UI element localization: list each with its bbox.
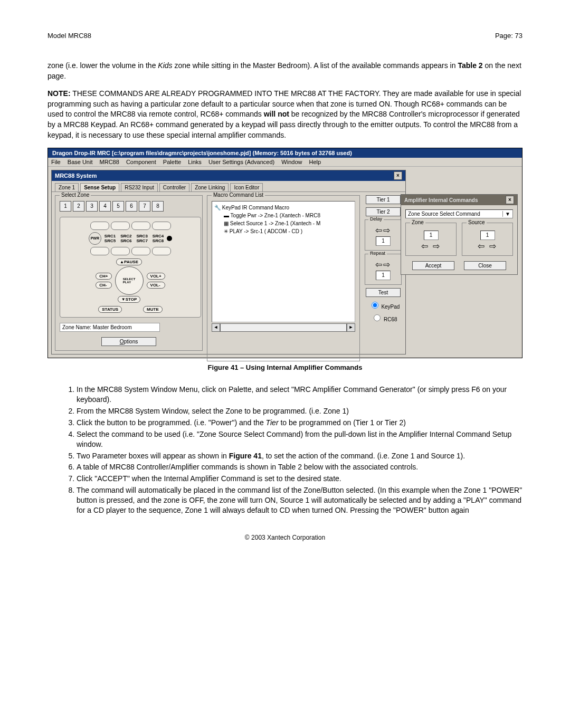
scroll-left-icon[interactable]: ◄ bbox=[212, 323, 220, 332]
zone-3-button[interactable]: 3 bbox=[86, 201, 98, 212]
list-item: From the MRC88 System Window, select the… bbox=[77, 406, 522, 416]
zone-5-button[interactable]: 5 bbox=[112, 201, 124, 212]
command-dropdown[interactable]: Zone Source Select Command▼ bbox=[405, 209, 513, 218]
options-button[interactable]: Options bbox=[101, 337, 156, 346]
scroll-right-icon[interactable]: ► bbox=[347, 323, 355, 332]
menu-mrc88[interactable]: MRC88 bbox=[100, 159, 119, 165]
menu-usersettings[interactable]: User Settings (Advanced) bbox=[208, 159, 274, 165]
tab-sense-setup[interactable]: Sense Setup bbox=[80, 183, 119, 191]
select-play-wheel[interactable]: SELECTPLAY bbox=[115, 266, 144, 295]
zone-4-button[interactable]: 4 bbox=[99, 201, 111, 212]
zone-1-button[interactable]: 1 bbox=[60, 201, 71, 212]
amp-source-value[interactable]: 1 bbox=[480, 231, 495, 240]
system-title: MRC88 System bbox=[55, 173, 97, 179]
list-item: Click "ACCEPT" when the Internal Amplifi… bbox=[77, 474, 522, 484]
close-icon[interactable]: × bbox=[394, 171, 402, 180]
tier2-button[interactable]: Tier 2 bbox=[366, 207, 401, 216]
pause-button[interactable]: ▲PAUSE bbox=[116, 258, 142, 265]
test-button[interactable]: Test bbox=[366, 288, 401, 297]
list-item: A table of MRC88 Controller/Amplifier co… bbox=[77, 462, 522, 472]
repeat-group: Repeat ⇦⇨ 1 bbox=[365, 254, 402, 285]
zone-2-button[interactable]: 2 bbox=[73, 201, 84, 212]
h-scrollbar[interactable]: ◄ ► bbox=[212, 323, 355, 332]
delay-arrows[interactable]: ⇦⇨ bbox=[368, 225, 398, 235]
list-item: Click the button to be programmed. (i.e.… bbox=[77, 418, 522, 428]
delay-value[interactable]: 1 bbox=[376, 236, 391, 246]
ir-led-icon bbox=[167, 236, 172, 241]
key-blank[interactable] bbox=[111, 222, 130, 230]
status-button[interactable]: STATUS bbox=[98, 306, 122, 313]
ch-minus-button[interactable]: CH- bbox=[96, 282, 111, 289]
radio-keypad[interactable]: KeyPad bbox=[367, 300, 400, 310]
model-label: Model MRC88 bbox=[48, 32, 91, 40]
radio-rc68[interactable]: RC68 bbox=[369, 313, 397, 322]
mute-button[interactable]: MUTE bbox=[143, 306, 163, 313]
vol-minus-button[interactable]: VOL- bbox=[147, 282, 165, 289]
mrc88-system-window: MRC88 System × Zone 1 Sense Setup RS232 … bbox=[51, 170, 406, 355]
stop-button[interactable]: ▼STOP bbox=[118, 296, 141, 303]
screenshot-figure: Dragon Drop-IR MRC [c:\program files\dra… bbox=[48, 148, 522, 358]
select-zone-label: Select Zone bbox=[60, 192, 91, 198]
vol-plus-button[interactable]: VOL+ bbox=[147, 273, 165, 280]
list-item: Two Parameter boxes will appear as shown… bbox=[77, 451, 522, 461]
zone-8-button[interactable]: 8 bbox=[152, 201, 164, 212]
list-item: Select the command to be used (i.e. "Zon… bbox=[77, 429, 522, 449]
close-button[interactable]: Close bbox=[464, 261, 506, 270]
footer-copyright: © 2003 Xantech Corporation bbox=[48, 534, 522, 541]
amp-zone-group: Zone 1 ⇦ ⇨ bbox=[405, 223, 457, 256]
side-controls: Tier 1 Tier 2 Delay ⇦⇨ 1 Repeat ⇦⇨ 1 Tes bbox=[364, 195, 402, 351]
amp-source-arrows[interactable]: ⇦ ⇨ bbox=[467, 241, 508, 251]
tab-icon-editor[interactable]: Icon Editor bbox=[230, 183, 263, 191]
zone-name-field: Zone Name: Master Bedroom bbox=[60, 323, 160, 332]
app-titlebar: Dragon Drop-IR MRC [c:\program files\dra… bbox=[48, 148, 522, 158]
macro-list-label: Macro Command List bbox=[212, 192, 265, 198]
app-menubar[interactable]: File Base Unit MRC88 Component Palette L… bbox=[48, 158, 522, 167]
close-icon[interactable]: × bbox=[506, 196, 514, 204]
amplifier-internal-commands-window: Amplifier Internal Commands × Zone Sourc… bbox=[401, 194, 518, 275]
tier1-button[interactable]: Tier 1 bbox=[366, 195, 401, 204]
amp-title: Amplifier Internal Commands bbox=[404, 197, 478, 203]
accept-button[interactable]: Accept bbox=[412, 261, 454, 270]
key-blank[interactable] bbox=[131, 247, 150, 255]
tab-zone1[interactable]: Zone 1 bbox=[55, 183, 79, 191]
tab-zone-linking[interactable]: Zone Linking bbox=[191, 183, 229, 191]
zone-6-button[interactable]: 6 bbox=[126, 201, 137, 212]
keypad-preview: PWR SRC1SRC2SRC3SRC4 SRC5SRC6SRC7SRC8 bbox=[60, 217, 201, 318]
power-button[interactable]: PWR bbox=[89, 232, 101, 245]
key-blank[interactable] bbox=[152, 247, 171, 255]
ch-plus-button[interactable]: CH+ bbox=[96, 273, 111, 280]
menu-window[interactable]: Window bbox=[281, 159, 302, 165]
delay-group: Delay ⇦⇨ 1 bbox=[365, 219, 402, 251]
key-blank[interactable] bbox=[131, 222, 150, 230]
tab-rs232[interactable]: RS232 Input bbox=[121, 183, 158, 191]
key-blank[interactable] bbox=[111, 247, 130, 255]
page-number: Page: 73 bbox=[495, 32, 522, 40]
repeat-arrows[interactable]: ⇦⇨ bbox=[368, 260, 398, 270]
zone-7-button[interactable]: 7 bbox=[139, 201, 150, 212]
menu-component[interactable]: Component bbox=[126, 159, 156, 165]
repeat-value[interactable]: 1 bbox=[376, 271, 391, 280]
system-tabs: Zone 1 Sense Setup RS232 Input Controlle… bbox=[52, 181, 405, 192]
select-zone-group: Select Zone 1 2 3 4 5 6 7 8 bbox=[55, 195, 203, 351]
menu-help[interactable]: Help bbox=[309, 159, 321, 165]
paragraph-intro: zone (i.e. lower the volume in the Kids … bbox=[48, 61, 522, 81]
key-blank[interactable] bbox=[152, 222, 171, 230]
macro-tree[interactable]: 🔧 KeyPad IR Command Macro ▬ Toggle Pwr -… bbox=[212, 201, 355, 322]
instructions-list: In the MRC88 System Window Menu, click o… bbox=[48, 385, 522, 515]
figure-caption: Figure 41 – Using Internal Amplifier Com… bbox=[48, 363, 522, 371]
macro-command-list-group: Macro Command List 🔧 KeyPad IR Command M… bbox=[207, 195, 360, 361]
paragraph-note: NOTE: THESE COMMANDS ARE ALREADY PROGRAM… bbox=[48, 89, 522, 140]
chevron-down-icon[interactable]: ▼ bbox=[502, 211, 510, 217]
key-blank[interactable] bbox=[90, 247, 109, 255]
menu-baseunit[interactable]: Base Unit bbox=[68, 159, 93, 165]
menu-palette[interactable]: Palette bbox=[163, 159, 181, 165]
tab-controller[interactable]: Controller bbox=[159, 183, 189, 191]
list-item: In the MRC88 System Window Menu, click o… bbox=[77, 385, 522, 405]
amp-zone-value[interactable]: 1 bbox=[424, 231, 439, 240]
amp-zone-arrows[interactable]: ⇦ ⇨ bbox=[410, 241, 452, 251]
menu-links[interactable]: Links bbox=[188, 159, 202, 165]
key-blank[interactable] bbox=[90, 222, 109, 230]
menu-file[interactable]: File bbox=[51, 159, 61, 165]
list-item: The command will automatically be placed… bbox=[77, 485, 522, 515]
amp-source-group: Source 1 ⇦ ⇨ bbox=[462, 223, 513, 256]
